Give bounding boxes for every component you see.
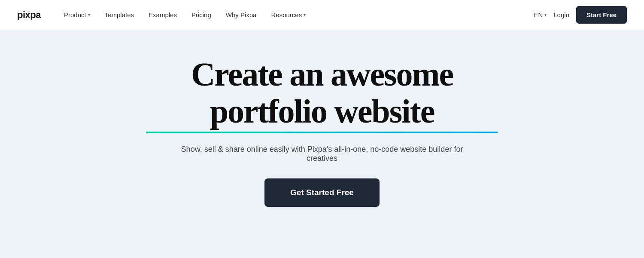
chevron-down-icon: ▾ <box>304 12 306 17</box>
hero-section: Create an awesome portfolio website Show… <box>0 30 644 224</box>
accent-underline <box>146 132 498 133</box>
nav-item-why-pixpa[interactable]: Why Pixpa <box>220 8 263 22</box>
chevron-down-icon: ▾ <box>544 12 547 17</box>
login-link[interactable]: Login <box>553 11 569 18</box>
get-started-free-button[interactable]: Get Started Free <box>264 178 380 207</box>
navbar: pixpa Product ▾ Templates Examples Prici… <box>0 0 644 30</box>
chevron-down-icon: ▾ <box>88 12 90 17</box>
start-free-button[interactable]: Start Free <box>576 6 627 24</box>
nav-links: Product ▾ Templates Examples Pricing Why… <box>58 8 534 22</box>
nav-item-pricing[interactable]: Pricing <box>185 8 217 22</box>
nav-right: EN ▾ Login Start Free <box>534 6 627 24</box>
nav-item-resources[interactable]: Resources ▾ <box>265 8 312 22</box>
hero-subtitle: Show, sell & share online easily with Pi… <box>167 145 477 163</box>
nav-item-examples[interactable]: Examples <box>143 8 183 22</box>
logo[interactable]: pixpa <box>17 9 41 21</box>
language-selector[interactable]: EN ▾ <box>534 11 547 18</box>
nav-item-product[interactable]: Product ▾ <box>58 8 96 22</box>
nav-item-templates[interactable]: Templates <box>99 8 140 22</box>
hero-title: Create an awesome portfolio website <box>146 56 498 133</box>
